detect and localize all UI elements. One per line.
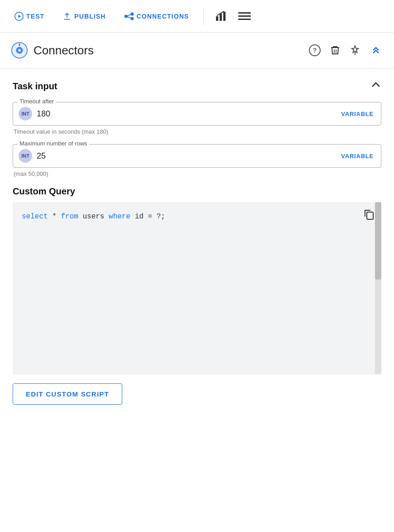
connections-button[interactable]: CONNECTIONS bbox=[117, 8, 197, 24]
menu-icon-button[interactable] bbox=[235, 6, 255, 26]
help-icon: ? bbox=[309, 44, 321, 56]
top-nav: TEST PUBLISH CONNECTIONS bbox=[0, 0, 394, 33]
copy-button[interactable] bbox=[363, 208, 375, 223]
svg-line-8 bbox=[127, 16, 130, 18]
max-rows-field: Maximum number of rows INT 25 VARIABLE bbox=[13, 144, 381, 168]
code-star: * bbox=[52, 213, 61, 221]
svg-text:?: ? bbox=[313, 47, 317, 54]
help-icon-button[interactable]: ? bbox=[307, 43, 322, 58]
pin-icon-button[interactable] bbox=[348, 43, 362, 58]
svg-rect-11 bbox=[223, 12, 226, 21]
max-rows-left: INT 25 bbox=[19, 149, 46, 163]
play-icon bbox=[14, 12, 24, 21]
timeout-value: 180 bbox=[37, 109, 50, 119]
copy-icon bbox=[363, 208, 375, 220]
test-button[interactable]: TEST bbox=[7, 8, 52, 24]
timeout-hint: Timeout value in seconds (max 180) bbox=[13, 128, 381, 135]
svg-rect-24 bbox=[367, 212, 373, 219]
keyword-where: where bbox=[109, 213, 130, 221]
connector-icon bbox=[11, 42, 28, 59]
max-rows-label: Maximum number of rows bbox=[18, 140, 89, 147]
custom-query-title: Custom Query bbox=[13, 186, 381, 197]
expand-icon-button[interactable] bbox=[368, 43, 383, 58]
svg-point-17 bbox=[18, 49, 21, 52]
code-condition: id = ?; bbox=[135, 213, 165, 221]
code-line: select * from users where id = ?; bbox=[22, 211, 372, 223]
keyword-from: from bbox=[61, 213, 78, 221]
analytics-icon bbox=[215, 10, 227, 23]
panel-body: Task input Timeout after INT 180 VARIABL… bbox=[0, 68, 394, 428]
publish-button[interactable]: PUBLISH bbox=[55, 8, 113, 24]
svg-rect-14 bbox=[238, 19, 251, 20]
max-rows-variable-button[interactable]: VARIABLE bbox=[341, 153, 374, 160]
expand-icon bbox=[370, 44, 381, 56]
svg-point-4 bbox=[125, 15, 127, 17]
section-header: Task input bbox=[13, 79, 381, 93]
chevron-up-icon bbox=[370, 79, 381, 90]
panel-header-left: Connectors bbox=[11, 42, 307, 59]
connections-icon bbox=[124, 12, 134, 21]
svg-rect-12 bbox=[238, 12, 251, 14]
keyword-select: select bbox=[22, 213, 48, 221]
code-scrollbar[interactable] bbox=[375, 202, 381, 374]
svg-rect-10 bbox=[220, 14, 222, 21]
code-scrollbar-thumb bbox=[375, 202, 381, 280]
code-editor[interactable]: select * from users where id = ?; bbox=[13, 202, 381, 374]
svg-rect-13 bbox=[238, 15, 251, 17]
edit-custom-script-button[interactable]: EDIT CUSTOM SCRIPT bbox=[13, 383, 122, 405]
timeout-int-badge: INT bbox=[19, 107, 32, 121]
max-rows-hint: (max 50,000) bbox=[13, 170, 381, 177]
svg-line-7 bbox=[127, 14, 130, 15]
panel-header-right: ? bbox=[307, 43, 383, 58]
timeout-label: Timeout after bbox=[18, 98, 56, 105]
svg-point-5 bbox=[131, 13, 133, 15]
timeout-field: Timeout after INT 180 VARIABLE bbox=[13, 102, 381, 126]
collapse-button[interactable] bbox=[370, 79, 381, 93]
publish-icon bbox=[62, 12, 72, 21]
max-rows-int-badge: INT bbox=[19, 149, 32, 163]
max-rows-value: 25 bbox=[37, 151, 46, 161]
delete-icon-button[interactable] bbox=[328, 43, 342, 58]
analytics-icon-button[interactable] bbox=[211, 6, 231, 26]
delete-icon bbox=[330, 45, 341, 56]
svg-marker-1 bbox=[18, 15, 21, 18]
svg-rect-9 bbox=[216, 16, 218, 21]
svg-point-6 bbox=[131, 17, 133, 19]
menu-icon bbox=[238, 10, 251, 23]
pin-icon bbox=[350, 45, 360, 56]
panel-title: Connectors bbox=[34, 44, 94, 58]
timeout-variable-button[interactable]: VARIABLE bbox=[341, 111, 374, 117]
nav-divider bbox=[203, 7, 204, 25]
code-table: users bbox=[82, 213, 109, 221]
panel-header: Connectors ? bbox=[0, 33, 394, 68]
timeout-left: INT 180 bbox=[19, 107, 50, 121]
section-title: Task input bbox=[13, 81, 58, 92]
